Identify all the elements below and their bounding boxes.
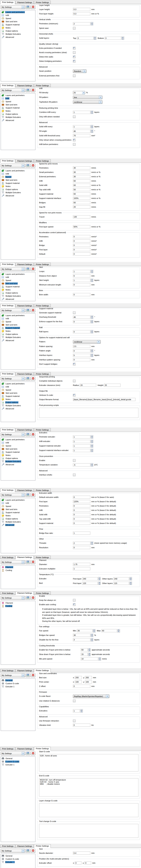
delete-preset-button[interactable] bbox=[31, 560, 35, 564]
sidebar-item-advanced[interactable]: Advanced bbox=[1, 339, 35, 342]
sidebar-item-speed[interactable]: Speed bbox=[1, 444, 35, 447]
overhang-threshold-input[interactable] bbox=[73, 316, 90, 319]
bridges-input[interactable] bbox=[73, 201, 90, 204]
threads-input[interactable] bbox=[73, 541, 90, 545]
tab-filament-settings[interactable]: Filament Settings bbox=[16, 669, 34, 672]
default-input[interactable] bbox=[73, 252, 90, 255]
spin-up-button[interactable] bbox=[88, 648, 91, 650]
bridges-fan-speed-input[interactable] bbox=[73, 633, 90, 637]
preset-select[interactable]: My Settings bbox=[1, 309, 25, 312]
sidebar-item-skirt-and-brim[interactable]: Skirt and brim bbox=[1, 323, 35, 327]
interface-shells-checkbox[interactable] bbox=[73, 473, 76, 476]
enable-fan-if-layer-print-time-is-below-input[interactable] bbox=[81, 648, 88, 651]
spin-up-button[interactable] bbox=[88, 653, 91, 654]
sidebar-item-multiple-extruders[interactable]: Multiple Extruders bbox=[1, 520, 35, 523]
loops-input[interactable] bbox=[73, 270, 90, 273]
travel-input[interactable] bbox=[73, 215, 90, 218]
tab-filament-settings[interactable]: Filament Settings bbox=[16, 159, 34, 162]
spin-down-button[interactable] bbox=[91, 272, 93, 273]
sidebar-item-multiple-extruders[interactable]: Multiple Extruders bbox=[1, 116, 35, 119]
sidebar-item-custom-g-code[interactable]: Custom G-code bbox=[1, 760, 35, 763]
y-extruder-offset-input[interactable] bbox=[85, 861, 91, 865]
sidebar-item-speed[interactable]: Speed bbox=[1, 389, 35, 392]
sidebar-item-notes[interactable]: Notes bbox=[1, 110, 35, 113]
spin-down-button[interactable] bbox=[91, 280, 93, 282]
infill-before-perimeters-checkbox[interactable] bbox=[73, 143, 76, 146]
save-preset-button[interactable] bbox=[26, 751, 30, 755]
sidebar-item-notes[interactable]: Notes bbox=[1, 330, 35, 333]
radius-extruder-clearance-mm-input[interactable] bbox=[80, 384, 96, 387]
sidebar-item-advanced[interactable]: Advanced bbox=[1, 298, 35, 301]
support-material-extruder-input[interactable] bbox=[73, 444, 90, 447]
sidebar-item-layers-and-perimeters[interactable]: Layers and perimeters bbox=[1, 169, 35, 172]
fill-angle-input[interactable] bbox=[73, 130, 90, 133]
external-perimeters-input[interactable] bbox=[73, 175, 90, 178]
save-preset-button[interactable] bbox=[26, 164, 30, 167]
spin-down-button[interactable] bbox=[94, 38, 96, 40]
sidebar-item-support-material[interactable]: Support material bbox=[1, 395, 35, 398]
distance-from-object-input[interactable] bbox=[73, 274, 90, 277]
tab-print-settings[interactable]: Print Settings bbox=[0, 84, 15, 87]
don-t-support-bridges-checkbox[interactable] bbox=[73, 363, 76, 365]
sidebar-item-advanced[interactable]: Advanced bbox=[1, 407, 35, 410]
spin-down-button[interactable] bbox=[98, 579, 101, 580]
pattern-angle-input[interactable] bbox=[73, 349, 90, 352]
spin-down-button[interactable] bbox=[91, 322, 93, 323]
sidebar-item-speed[interactable]: Speed bbox=[1, 505, 35, 508]
g-code-flavor-select[interactable]: RepRap (Marlin/Sprinter/Repetier) bbox=[73, 694, 109, 698]
first-layer-bed-input[interactable] bbox=[82, 582, 98, 585]
x-extruder-offset-input[interactable] bbox=[75, 861, 81, 865]
resolution-input[interactable] bbox=[73, 546, 90, 549]
sidebar-item-notes[interactable]: Notes bbox=[1, 185, 35, 188]
top-solid-layers-input[interactable] bbox=[77, 37, 93, 40]
spin-down-button[interactable] bbox=[91, 451, 93, 452]
sidebar-item-output-options[interactable]: Output options bbox=[1, 188, 35, 191]
spin-up-button[interactable] bbox=[91, 353, 93, 355]
spin-down-button[interactable] bbox=[91, 636, 93, 637]
tab-print-settings[interactable]: Print Settings bbox=[0, 372, 15, 376]
preset-select[interactable]: My Settings bbox=[1, 267, 25, 271]
delete-preset-button[interactable] bbox=[31, 596, 35, 600]
bottom-solid-layers-input[interactable] bbox=[105, 37, 121, 40]
preset-select[interactable]: My Settings bbox=[1, 849, 25, 853]
bridge-input[interactable] bbox=[73, 244, 90, 247]
tab-printer-settings[interactable]: Printer Settings bbox=[34, 591, 51, 595]
save-preset-button[interactable] bbox=[26, 596, 30, 600]
top-solid-infill-input[interactable] bbox=[73, 517, 90, 521]
spin-up-button[interactable] bbox=[91, 320, 93, 321]
tab-printer-settings[interactable]: Printer Settings bbox=[34, 428, 51, 431]
verbose-g-code-checkbox[interactable] bbox=[73, 394, 76, 397]
tab-print-settings[interactable]: Print Settings bbox=[0, 304, 15, 307]
save-preset-button[interactable] bbox=[26, 377, 30, 380]
delete-preset-button[interactable] bbox=[31, 673, 35, 677]
delete-preset-button[interactable] bbox=[31, 849, 35, 853]
tab-printer-settings[interactable]: Printer Settings bbox=[34, 669, 51, 672]
sidebar-item-general[interactable]: General bbox=[1, 854, 35, 858]
preset-select[interactable]: My Settings bbox=[1, 493, 25, 497]
tab-printer-settings[interactable]: Printer Settings bbox=[34, 159, 51, 162]
sidebar-item-multiple-extruders[interactable]: Multiple Extruders bbox=[1, 336, 35, 339]
save-preset-button[interactable] bbox=[26, 88, 30, 92]
preset-select[interactable]: My Settings bbox=[1, 164, 25, 167]
save-preset-button[interactable] bbox=[26, 433, 30, 436]
spin-down-button[interactable] bbox=[130, 579, 132, 580]
extra-perimeters-if-needed-checkbox[interactable] bbox=[73, 47, 76, 50]
tab-filament-settings[interactable]: Filament Settings bbox=[16, 489, 34, 492]
tab-filament-settings[interactable]: Filament Settings bbox=[16, 428, 34, 431]
first-layer-speed-input[interactable] bbox=[73, 225, 90, 228]
tab-filament-settings[interactable]: Filament Settings bbox=[16, 84, 34, 87]
delete-preset-button[interactable] bbox=[31, 267, 35, 271]
post-processing-scripts-textarea[interactable] bbox=[39, 408, 138, 418]
spin-down-button[interactable] bbox=[91, 355, 93, 357]
sidebar-item-advanced[interactable]: Advanced bbox=[1, 463, 35, 466]
use-firmware-retraction-checkbox[interactable] bbox=[73, 720, 76, 722]
other-layers-bed-input[interactable] bbox=[113, 582, 129, 585]
spin-down-button[interactable] bbox=[117, 631, 120, 632]
sidebar-item-support-material[interactable]: Support material bbox=[1, 23, 35, 26]
enable-checkbox[interactable] bbox=[73, 459, 76, 462]
pattern-select[interactable]: rectilinear bbox=[73, 340, 101, 344]
delete-preset-button[interactable] bbox=[31, 493, 35, 497]
perimeters-input[interactable] bbox=[73, 235, 90, 238]
spin-up-button[interactable] bbox=[94, 36, 96, 38]
min-print-speed-input[interactable] bbox=[81, 657, 98, 660]
